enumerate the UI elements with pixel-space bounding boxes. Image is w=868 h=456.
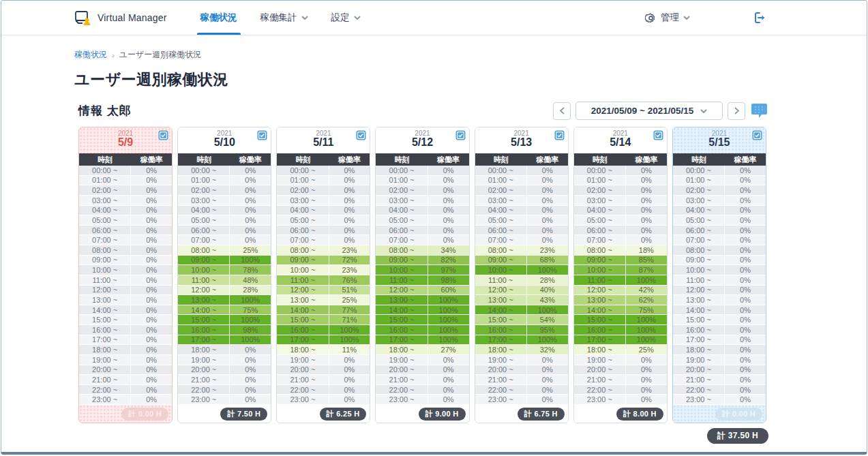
time-cell: 22:00 ~	[79, 385, 131, 395]
hour-row: 17:00 ~100%	[475, 335, 568, 346]
rate-cell: 11%	[329, 345, 370, 354]
calendar-check-icon[interactable]	[653, 130, 663, 140]
rate-cell: 100%	[428, 325, 469, 335]
calendar-check-icon[interactable]	[257, 130, 267, 140]
hour-row: 14:00 ~100%	[475, 305, 568, 316]
prev-week-button[interactable]	[553, 102, 571, 120]
hour-row: 12:00 ~28%	[178, 286, 271, 296]
time-cell: 17:00 ~	[673, 335, 725, 345]
rate-cell: 0%	[725, 305, 766, 315]
rate-cell: 0%	[725, 166, 766, 175]
hour-row: 07:00 ~0%	[178, 235, 271, 245]
day-card: 20215/15時刻稼働率00:00 ~0%01:00 ~0%02:00 ~0%…	[672, 127, 766, 423]
time-cell: 01:00 ~	[277, 176, 329, 185]
time-cell: 16:00 ~	[475, 325, 527, 335]
time-cell: 10:00 ~	[79, 265, 131, 275]
rate-cell: 25%	[329, 295, 370, 305]
logout-icon	[755, 12, 766, 23]
breadcrumb-current: ユーザー週別稼働状況	[119, 49, 202, 61]
time-cell: 06:00 ~	[574, 226, 626, 235]
hour-row: 14:00 ~75%	[574, 305, 667, 316]
time-cell: 13:00 ~	[277, 295, 329, 305]
calendar-check-icon[interactable]	[752, 130, 762, 140]
hour-row: 02:00 ~0%	[475, 185, 568, 196]
rate-cell: 100%	[527, 335, 568, 345]
time-cell: 23:00 ~	[475, 395, 527, 404]
time-cell: 09:00 ~	[79, 256, 131, 265]
time-cell: 15:00 ~	[178, 315, 230, 324]
day-card-footer: 計 6.25 H	[277, 405, 370, 423]
time-cell: 05:00 ~	[376, 215, 428, 225]
time-cell: 04:00 ~	[178, 206, 230, 215]
breadcrumb-link-operation-status[interactable]: 稼働状況	[74, 49, 107, 61]
rate-cell: 0%	[527, 235, 568, 245]
hour-row: 13:00 ~100%	[376, 295, 468, 305]
hour-row: 21:00 ~0%	[475, 375, 568, 385]
rate-cell: 27%	[428, 345, 469, 354]
hour-row: 08:00 ~0%	[79, 245, 172, 256]
rate-cell: 0%	[428, 215, 469, 225]
hour-row: 21:00 ~0%	[673, 375, 766, 385]
hour-row: 12:00 ~51%	[277, 286, 370, 296]
hour-row: 00:00 ~0%	[79, 166, 172, 176]
nav-item-settings[interactable]: 設定	[320, 1, 372, 35]
logout-button[interactable]	[755, 1, 766, 35]
rate-cell: 71%	[329, 315, 370, 324]
hour-row: 00:00 ~0%	[178, 166, 271, 176]
time-cell: 09:00 ~	[475, 256, 527, 265]
rate-cell: 0%	[725, 176, 766, 185]
calendar-check-icon[interactable]	[158, 130, 168, 140]
day-total-badge: 計 7.50 H	[220, 408, 267, 421]
hour-row: 11:00 ~48%	[178, 275, 271, 286]
time-cell: 04:00 ~	[673, 206, 725, 215]
rate-column-header: 稼働率	[527, 153, 568, 166]
time-cell: 21:00 ~	[178, 375, 230, 384]
day-columns: 20215/9時刻稼働率00:00 ~0%01:00 ~0%02:00 ~0%0…	[78, 127, 766, 423]
rate-cell: 0%	[230, 385, 271, 395]
admin-menu[interactable]: 管理	[645, 1, 690, 35]
rate-column-header: 稼働率	[131, 153, 172, 166]
hour-row: 18:00 ~0%	[79, 345, 172, 355]
calendar-check-icon[interactable]	[356, 130, 366, 140]
next-week-button[interactable]	[728, 102, 745, 120]
time-cell: 06:00 ~	[178, 226, 230, 235]
memo-button[interactable]	[750, 102, 768, 120]
rate-cell: 43%	[527, 295, 568, 305]
nav-item-operation-status[interactable]: 稼働状況	[189, 1, 249, 35]
hour-row: 22:00 ~0%	[673, 385, 766, 395]
hour-row: 20:00 ~0%	[673, 365, 766, 376]
calendar-check-icon[interactable]	[554, 130, 565, 140]
rate-cell: 40%	[527, 286, 568, 295]
time-cell: 04:00 ~	[277, 206, 329, 215]
time-cell: 13:00 ~	[79, 295, 131, 305]
date-range-select[interactable]: 2021/05/09 ~ 2021/05/15	[575, 102, 723, 120]
rate-cell: 0%	[230, 196, 271, 205]
day-card-header: 20215/14	[574, 127, 667, 153]
time-cell: 08:00 ~	[79, 245, 131, 255]
hour-row: 22:00 ~0%	[79, 385, 172, 395]
hour-row: 19:00 ~0%	[277, 355, 370, 365]
calendar-check-icon[interactable]	[455, 130, 466, 140]
time-cell: 23:00 ~	[673, 395, 725, 404]
day-card: 20215/9時刻稼働率00:00 ~0%01:00 ~0%02:00 ~0%0…	[78, 127, 173, 423]
rate-cell: 0%	[329, 395, 370, 404]
time-cell: 11:00 ~	[277, 275, 329, 285]
rate-cell: 62%	[626, 295, 667, 305]
rate-cell: 0%	[329, 196, 370, 205]
rate-cell: 0%	[230, 395, 271, 404]
time-cell: 22:00 ~	[574, 385, 626, 395]
rate-cell: 97%	[428, 265, 469, 275]
nav-item-operation-summary[interactable]: 稼働集計	[249, 1, 320, 35]
hour-row: 19:00 ~0%	[475, 355, 568, 365]
hour-row: 03:00 ~0%	[574, 196, 667, 206]
hour-row: 15:00 ~100%	[574, 315, 667, 325]
rate-cell: 95%	[527, 325, 568, 335]
rate-cell: 0%	[527, 365, 568, 375]
hour-row: 19:00 ~0%	[376, 355, 468, 365]
rate-cell: 0%	[329, 365, 370, 375]
table-header-row: 時刻稼働率	[79, 153, 172, 166]
hour-row: 00:00 ~0%	[574, 166, 667, 176]
time-cell: 17:00 ~	[277, 335, 329, 345]
hour-row: 10:00 ~87%	[574, 265, 667, 275]
time-cell: 09:00 ~	[376, 256, 428, 265]
